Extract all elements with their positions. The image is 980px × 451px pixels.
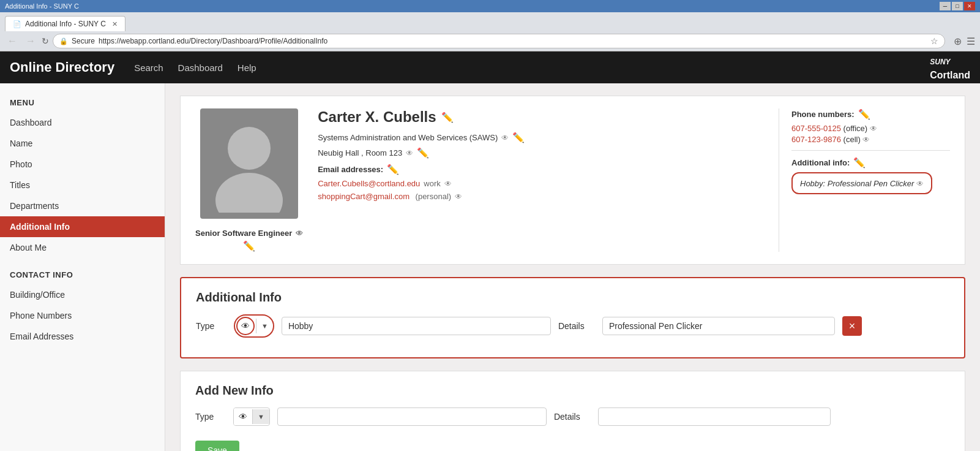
- dept-visibility-icon[interactable]: 👁: [501, 134, 509, 142]
- type-visibility-button[interactable]: 👁: [236, 317, 255, 335]
- main-layout: MENU Dashboard Name Photo Titles Departm…: [0, 83, 980, 451]
- job-title-edit-icon[interactable]: ✏️: [243, 241, 255, 251]
- sidebar-item-building[interactable]: Building/Office: [0, 284, 165, 305]
- additional-info-title: Additional info: ✏️: [791, 157, 950, 169]
- active-tab[interactable]: 📄 Additional Info - SUNY C ✕: [5, 16, 125, 31]
- job-title-visibility-icon[interactable]: 👁: [296, 229, 303, 238]
- nav-search[interactable]: Search: [134, 63, 163, 73]
- tab-favicon: 📄: [13, 20, 21, 28]
- profile-email-work: Carter.Cubells@cortland.edu work 👁: [318, 179, 764, 188]
- browser-actions: ⊕ ☰: [954, 36, 975, 47]
- sidebar-item-name[interactable]: Name: [0, 133, 165, 154]
- add-visibility-button[interactable]: 👁: [234, 408, 252, 425]
- profile-card: Senior Software Engineer 👁 ✏️ Carter X. …: [180, 96, 965, 265]
- sidebar-item-phone-numbers[interactable]: Phone Numbers: [0, 305, 165, 326]
- address-bar: ← → ↻ 🔒 Secure https://webapp.cortland.e…: [0, 31, 980, 51]
- additional-info-edit-icon[interactable]: ✏️: [853, 157, 866, 169]
- name-edit-icon[interactable]: ✏️: [441, 112, 454, 123]
- phone-office-link[interactable]: 607-555-0125: [791, 124, 841, 133]
- dept-edit-icon[interactable]: ✏️: [512, 132, 525, 143]
- location-visibility-icon[interactable]: 👁: [406, 149, 413, 157]
- profile-name: Carter X. Cubells ✏️: [318, 108, 764, 126]
- contact-info-label: CONTACT INFO: [0, 265, 165, 284]
- app-header: Online Directory Search Dashboard Help S…: [0, 51, 980, 83]
- forward-button[interactable]: →: [23, 34, 38, 48]
- add-details-input[interactable]: [598, 407, 831, 426]
- add-details-label: Details: [554, 412, 591, 422]
- details-input[interactable]: [602, 317, 835, 335]
- job-title-area: Senior Software Engineer 👁 ✏️: [195, 229, 303, 252]
- maximize-button[interactable]: □: [952, 2, 963, 10]
- sidebar-item-email-addresses[interactable]: Email Addresses: [0, 326, 165, 347]
- type-label: Type: [196, 321, 226, 331]
- additional-info-form-row: Type 👁 ▼ Details ×: [196, 314, 949, 338]
- close-button[interactable]: ✕: [964, 2, 975, 10]
- nav-help[interactable]: Help: [238, 63, 256, 73]
- profile-department-row: Systems Administration and Web Services …: [318, 132, 764, 143]
- add-type-select-wrapper: 👁 ▼: [233, 407, 270, 426]
- profile-email-personal: shoppingCart@gmail.com (personal) 👁: [318, 192, 764, 201]
- lock-icon: 🔒: [59, 37, 68, 45]
- location-edit-icon[interactable]: ✏️: [417, 147, 429, 159]
- reload-button[interactable]: ↻: [42, 36, 49, 46]
- sidebar-item-photo[interactable]: Photo: [0, 154, 165, 175]
- extensions-button[interactable]: ⊕: [954, 36, 962, 47]
- secure-label: Secure: [72, 37, 95, 45]
- email-work-visibility-icon[interactable]: 👁: [444, 180, 452, 188]
- browser-chrome: 📄 Additional Info - SUNY C ✕ ← → ↻ 🔒 Sec…: [0, 12, 980, 51]
- phone-section-title: Phone numbers: ✏️: [791, 108, 950, 120]
- phone-office-visibility-icon[interactable]: 👁: [870, 124, 877, 133]
- profile-avatar: [200, 108, 298, 219]
- phone-cell-visibility-icon[interactable]: 👁: [862, 135, 870, 144]
- bookmark-icon[interactable]: ☆: [930, 36, 938, 46]
- minimize-button[interactable]: ─: [940, 2, 951, 10]
- sidebar-item-about-me[interactable]: About Me: [0, 237, 165, 258]
- type-select-wrapper: 👁 ▼: [234, 314, 274, 338]
- delete-button[interactable]: ×: [842, 316, 862, 336]
- add-new-form-row: Type 👁 ▼ Details: [195, 407, 950, 426]
- url-text: https://webapp.cortland.edu/Directory/Da…: [99, 37, 327, 45]
- sidebar-item-titles[interactable]: Titles: [0, 175, 165, 195]
- profile-details: Carter X. Cubells ✏️ Systems Administrat…: [318, 108, 764, 252]
- sidebar: MENU Dashboard Name Photo Titles Departm…: [0, 83, 165, 451]
- type-dropdown-arrow[interactable]: ▼: [256, 319, 273, 333]
- additional-info-visibility-icon[interactable]: 👁: [916, 180, 924, 188]
- tab-title: Additional Info - SUNY C: [25, 20, 106, 28]
- add-dropdown-arrow[interactable]: ▼: [252, 409, 269, 424]
- main-content: Senior Software Engineer 👁 ✏️ Carter X. …: [165, 83, 980, 451]
- additional-info-section-title: Additional Info: [196, 290, 949, 305]
- add-type-label: Type: [195, 412, 226, 422]
- phone-edit-icon[interactable]: ✏️: [858, 108, 870, 120]
- back-button[interactable]: ←: [5, 34, 20, 48]
- phone-office: 607-555-0125 (office) 👁: [791, 124, 950, 133]
- app-nav: Search Dashboard Help: [134, 63, 269, 73]
- tab-close-button[interactable]: ✕: [112, 20, 118, 28]
- add-new-section: Add New Info Type 👁 ▼ Details Save: [180, 371, 965, 451]
- details-label: Details: [558, 321, 595, 331]
- type-input[interactable]: [282, 317, 551, 335]
- add-new-title: Add New Info: [195, 384, 950, 398]
- nav-dashboard[interactable]: Dashboard: [178, 63, 223, 73]
- sidebar-item-dashboard[interactable]: Dashboard: [0, 112, 165, 133]
- sidebar-item-departments[interactable]: Departments: [0, 195, 165, 216]
- email-personal-link[interactable]: shoppingCart@gmail.com: [318, 192, 410, 201]
- phone-cell-link[interactable]: 607-123-9876: [791, 135, 841, 144]
- url-bar[interactable]: 🔒 Secure https://webapp.cortland.edu/Dir…: [53, 34, 945, 48]
- menu-label: MENU: [0, 93, 165, 112]
- email-personal-visibility-icon[interactable]: 👁: [455, 192, 462, 201]
- add-type-input[interactable]: [277, 407, 547, 426]
- profile-location-row: Neubig Hall , Room 123 👁 ✏️: [318, 147, 764, 159]
- sidebar-item-additional-info[interactable]: Additional Info: [0, 216, 165, 237]
- save-button[interactable]: Save: [195, 441, 239, 451]
- email-edit-icon[interactable]: ✏️: [387, 164, 399, 175]
- cortland-logo: SUNY Cortland: [930, 53, 970, 81]
- profile-divider: [791, 150, 950, 151]
- window-title: Additional Info - SUNY C: [5, 2, 935, 10]
- additional-info-display: Additional info: ✏️ Hobby: Professional …: [791, 157, 950, 194]
- menu-button[interactable]: ☰: [967, 36, 975, 47]
- job-title: Senior Software Engineer 👁: [195, 229, 303, 238]
- profile-right: Phone numbers: ✏️ 607-555-0125 (office) …: [779, 108, 950, 252]
- phone-cell: 607-123-9876 (cell) 👁: [791, 135, 950, 144]
- tab-bar: 📄 Additional Info - SUNY C ✕: [0, 12, 980, 31]
- email-work-link[interactable]: Carter.Cubells@cortland.edu: [318, 179, 420, 188]
